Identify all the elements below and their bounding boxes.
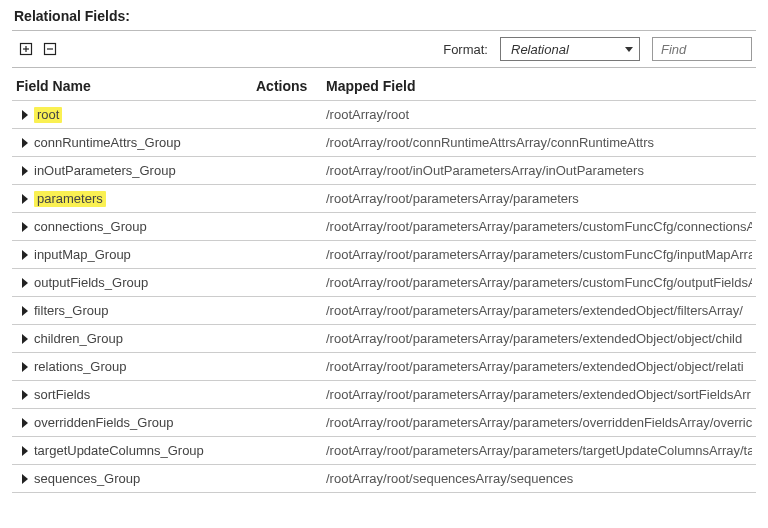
- field-name-cell: sequences_Group: [16, 471, 256, 486]
- expand-icon[interactable]: [22, 418, 28, 428]
- section-title: Relational Fields:: [14, 8, 756, 24]
- find-field-wrap[interactable]: [652, 37, 752, 61]
- table-row[interactable]: children_Group/rootArray/root/parameters…: [12, 325, 756, 353]
- table-row[interactable]: inOutParameters_Group/rootArray/root/inO…: [12, 157, 756, 185]
- table-row[interactable]: outputFields_Group/rootArray/root/parame…: [12, 269, 756, 297]
- field-name: filters_Group: [34, 303, 108, 318]
- collapse-all-icon: [43, 42, 57, 56]
- field-name-cell: filters_Group: [16, 303, 256, 318]
- mapped-field-cell: /rootArray/root/parametersArray/paramete…: [326, 303, 752, 318]
- field-name: parameters: [34, 191, 106, 207]
- collapse-all-button[interactable]: [40, 40, 60, 58]
- field-name: relations_Group: [34, 359, 127, 374]
- format-selected-value: Relational: [511, 42, 569, 57]
- mapped-field-cell: /rootArray/root/parametersArray/paramete…: [326, 275, 752, 290]
- expand-icon[interactable]: [22, 474, 28, 484]
- expand-icon[interactable]: [22, 306, 28, 316]
- table-body: root/rootArray/rootconnRuntimeAttrs_Grou…: [12, 101, 756, 493]
- table-row[interactable]: connRuntimeAttrs_Group/rootArray/root/co…: [12, 129, 756, 157]
- mapped-field-cell: /rootArray/root/parametersArray/paramete…: [326, 331, 752, 346]
- mapped-field-cell: /rootArray/root/connRuntimeAttrsArray/co…: [326, 135, 752, 150]
- field-name-cell: relations_Group: [16, 359, 256, 374]
- expand-icon[interactable]: [22, 166, 28, 176]
- field-name: connections_Group: [34, 219, 147, 234]
- field-name-cell: inputMap_Group: [16, 247, 256, 262]
- field-name-cell: connRuntimeAttrs_Group: [16, 135, 256, 150]
- table-row[interactable]: filters_Group/rootArray/root/parametersA…: [12, 297, 756, 325]
- expand-icon[interactable]: [22, 194, 28, 204]
- field-name-cell: overriddenFields_Group: [16, 415, 256, 430]
- expand-icon[interactable]: [22, 222, 28, 232]
- field-name: targetUpdateColumns_Group: [34, 443, 204, 458]
- col-header-name: Field Name: [16, 78, 256, 94]
- expand-icon[interactable]: [22, 278, 28, 288]
- expand-icon[interactable]: [22, 390, 28, 400]
- table-row[interactable]: parameters/rootArray/root/parametersArra…: [12, 185, 756, 213]
- mapped-field-cell: /rootArray/root/sequencesArray/sequences: [326, 471, 752, 486]
- field-name-cell: inOutParameters_Group: [16, 163, 256, 178]
- col-header-actions: Actions: [256, 78, 326, 94]
- expand-all-icon: [19, 42, 33, 56]
- field-name: outputFields_Group: [34, 275, 148, 290]
- mapped-field-cell: /rootArray/root/parametersArray/paramete…: [326, 359, 752, 374]
- col-header-mapped: Mapped Field: [326, 78, 752, 94]
- table-header: Field Name Actions Mapped Field: [12, 68, 756, 101]
- table-row[interactable]: sortFields/rootArray/root/parametersArra…: [12, 381, 756, 409]
- mapped-field-cell: /rootArray/root/inOutParametersArray/inO…: [326, 163, 752, 178]
- table-row[interactable]: overriddenFields_Group/rootArray/root/pa…: [12, 409, 756, 437]
- table-row[interactable]: root/rootArray/root: [12, 101, 756, 129]
- table-row[interactable]: connections_Group/rootArray/root/paramet…: [12, 213, 756, 241]
- field-name: overriddenFields_Group: [34, 415, 173, 430]
- find-input[interactable]: [661, 42, 743, 57]
- mapped-field-cell: /rootArray/root/parametersArray/paramete…: [326, 247, 752, 262]
- field-name: sortFields: [34, 387, 90, 402]
- expand-icon[interactable]: [22, 138, 28, 148]
- expand-icon[interactable]: [22, 446, 28, 456]
- expand-icon[interactable]: [22, 250, 28, 260]
- field-name: connRuntimeAttrs_Group: [34, 135, 181, 150]
- field-name: inputMap_Group: [34, 247, 131, 262]
- table-row[interactable]: relations_Group/rootArray/root/parameter…: [12, 353, 756, 381]
- field-name-cell: targetUpdateColumns_Group: [16, 443, 256, 458]
- mapped-field-cell: /rootArray/root/parametersArray/paramete…: [326, 387, 752, 402]
- field-name-cell: connections_Group: [16, 219, 256, 234]
- table-row[interactable]: inputMap_Group/rootArray/root/parameters…: [12, 241, 756, 269]
- expand-icon[interactable]: [22, 110, 28, 120]
- table-row[interactable]: sequences_Group/rootArray/root/sequences…: [12, 465, 756, 493]
- field-name-cell: outputFields_Group: [16, 275, 256, 290]
- expand-icon[interactable]: [22, 362, 28, 372]
- mapped-field-cell: /rootArray/root/parametersArray/paramete…: [326, 191, 752, 206]
- field-name-cell: sortFields: [16, 387, 256, 402]
- expand-icon[interactable]: [22, 334, 28, 344]
- toolbar: Format: Relational: [12, 30, 756, 68]
- format-select[interactable]: Relational: [500, 37, 640, 61]
- format-label: Format:: [443, 42, 488, 57]
- field-name-cell: root: [16, 107, 256, 123]
- mapped-field-cell: /rootArray/root/parametersArray/paramete…: [326, 415, 752, 430]
- field-name: inOutParameters_Group: [34, 163, 176, 178]
- mapped-field-cell: /rootArray/root: [326, 107, 752, 122]
- field-name-cell: children_Group: [16, 331, 256, 346]
- mapped-field-cell: /rootArray/root/parametersArray/paramete…: [326, 443, 752, 458]
- expand-all-button[interactable]: [16, 40, 36, 58]
- table-row[interactable]: targetUpdateColumns_Group/rootArray/root…: [12, 437, 756, 465]
- field-name-cell: parameters: [16, 191, 256, 207]
- chevron-down-icon: [625, 47, 633, 52]
- field-name: children_Group: [34, 331, 123, 346]
- field-name: root: [34, 107, 62, 123]
- field-name: sequences_Group: [34, 471, 140, 486]
- mapped-field-cell: /rootArray/root/parametersArray/paramete…: [326, 219, 752, 234]
